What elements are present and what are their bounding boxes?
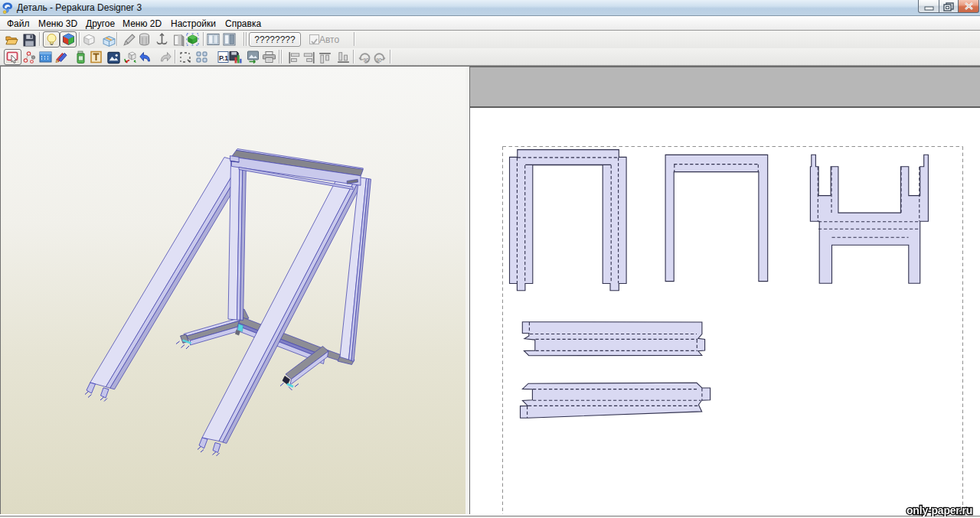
svg-text:90: 90 xyxy=(363,57,369,63)
svg-text:90: 90 xyxy=(376,57,382,63)
svg-text:P.1: P.1 xyxy=(219,54,228,62)
svg-text:only-paper.ru: only-paper.ru xyxy=(906,504,972,516)
